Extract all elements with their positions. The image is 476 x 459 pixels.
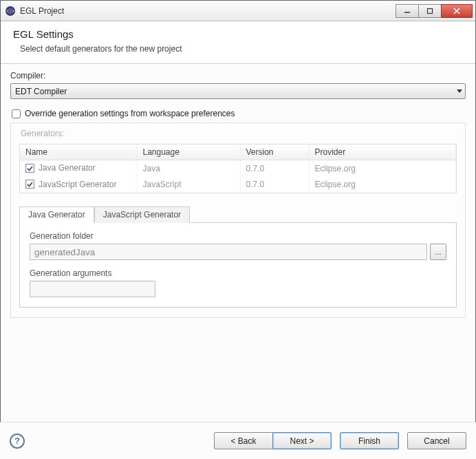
override-checkbox-row[interactable]: Override generation settings from worksp… — [12, 109, 466, 118]
wizard-body: Compiler: EDT Compiler Override generati… — [1, 64, 475, 422]
chevron-down-icon — [457, 89, 462, 93]
compiler-label: Compiler: — [10, 71, 466, 81]
titlebar: EGL Project — [1, 1, 475, 21]
row-checkbox[interactable] — [25, 180, 34, 189]
back-next-group: < Back Next > — [210, 432, 332, 449]
row-language: JavaScript — [137, 177, 240, 193]
table-row[interactable]: Java Generator Java 0.7.0 Eclipse.org — [20, 160, 456, 177]
svg-rect-4 — [428, 8, 433, 13]
compiler-combo[interactable]: EDT Compiler — [10, 83, 466, 99]
col-version[interactable]: Version — [240, 145, 309, 160]
tab-javascript-generator[interactable]: JavaScript Generator — [94, 206, 190, 223]
generators-caption: Generators: — [21, 129, 457, 138]
minimize-button[interactable] — [396, 4, 419, 18]
page-title: EGL Settings — [13, 28, 462, 40]
window-controls — [396, 4, 473, 18]
close-button[interactable] — [441, 4, 473, 18]
row-language: Java — [137, 160, 240, 177]
wizard-footer: ? < Back Next > Finish Cancel — [0, 422, 476, 459]
maximize-button[interactable] — [418, 4, 442, 18]
tab-java-generator[interactable]: Java Generator — [19, 206, 94, 223]
next-button[interactable]: Next > — [272, 432, 332, 449]
row-name: Java Generator — [39, 163, 96, 173]
generation-folder-input[interactable] — [30, 244, 427, 260]
row-provider: Eclipse.org — [309, 160, 456, 177]
row-name: JavaScript Generator — [39, 180, 116, 189]
row-provider: Eclipse.org — [309, 177, 456, 193]
back-button[interactable]: < Back — [214, 432, 273, 449]
cancel-button[interactable]: Cancel — [407, 432, 466, 449]
col-language[interactable]: Language — [137, 145, 240, 160]
generation-arguments-label: Generation arguments — [30, 268, 446, 278]
col-name[interactable]: Name — [20, 145, 137, 160]
row-version: 0.7.0 — [240, 160, 309, 177]
table-row[interactable]: JavaScript Generator JavaScript 0.7.0 Ec… — [20, 177, 456, 193]
compiler-selected: EDT Compiler — [15, 87, 67, 96]
window-title: EGL Project — [20, 6, 396, 16]
table-header-row: Name Language Version Provider — [20, 145, 456, 160]
svg-point-2 — [8, 8, 13, 13]
row-version: 0.7.0 — [240, 177, 309, 193]
tab-panel: Generation folder ... Generation argumen… — [19, 223, 457, 308]
override-checkbox[interactable] — [12, 109, 21, 118]
generation-arguments-input[interactable] — [30, 281, 155, 297]
browse-button[interactable]: ... — [430, 244, 446, 260]
wizard-header: EGL Settings Select default generators f… — [1, 21, 475, 64]
generators-table: Name Language Version Provider — [19, 144, 457, 193]
finish-button[interactable]: Finish — [340, 432, 399, 449]
generator-tabs: Java Generator JavaScript Generator — [19, 206, 457, 223]
generators-group: Generators: Name Language Version Provid… — [10, 122, 466, 318]
col-provider[interactable]: Provider — [309, 145, 456, 160]
override-label: Override generation settings from worksp… — [25, 109, 235, 118]
row-checkbox[interactable] — [25, 164, 34, 173]
help-icon[interactable]: ? — [10, 434, 25, 449]
generation-folder-label: Generation folder — [30, 231, 446, 241]
eclipse-icon — [5, 6, 16, 17]
page-subtitle: Select default generators for the new pr… — [20, 44, 462, 54]
